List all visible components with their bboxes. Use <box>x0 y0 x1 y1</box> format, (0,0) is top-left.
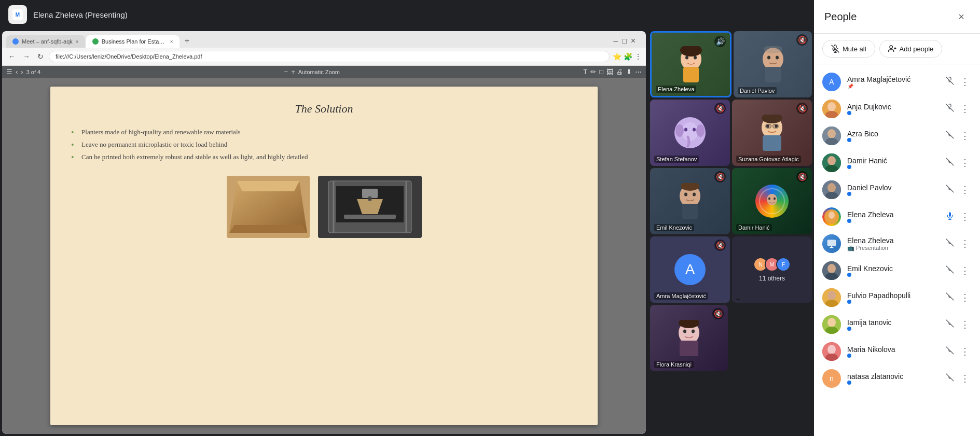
browser-tab-meet[interactable]: Meet – anf-sqfb-aqk × <box>6 35 85 48</box>
video-tile-suzana[interactable]: 🔇 Suzana Gotovac Atlagic <box>732 100 812 166</box>
browser-tab-doc[interactable]: Business Plan for Establishment c... × <box>86 35 180 48</box>
svg-rect-12 <box>368 196 371 201</box>
person-actions-damir: ⋮ <box>944 155 972 171</box>
mute-icon-anja <box>944 102 956 116</box>
more-icon-elena-speaking[interactable]: ⋮ <box>958 209 972 224</box>
person-item-elena-speaking[interactable]: Elena Zheleva ⋮ <box>814 203 980 230</box>
text-tool-btn[interactable]: T <box>583 68 587 76</box>
add-tab-button[interactable]: + <box>181 34 194 48</box>
tab-close-meet[interactable]: × <box>76 39 79 45</box>
more-icon-azra[interactable]: ⋮ <box>958 128 972 144</box>
mute-all-button[interactable]: Mute all <box>822 40 875 58</box>
more-icon-natasa[interactable]: ⋮ <box>958 371 972 386</box>
person-subtitle-damir <box>847 165 937 169</box>
more-icon-maria[interactable]: ⋮ <box>958 344 972 359</box>
svg-point-46 <box>768 198 770 200</box>
more-icon-fulvio[interactable]: ⋮ <box>958 290 972 305</box>
extensions-icon[interactable]: 🧩 <box>624 52 632 61</box>
more-icon-anja[interactable]: ⋮ <box>958 101 972 117</box>
restore-btn[interactable]: □ <box>622 37 626 45</box>
tab-close-doc[interactable]: × <box>170 39 173 45</box>
address-bar[interactable]: file:///C:/Users/leniz/OneDrive/Desktop/… <box>49 51 610 62</box>
person-item-azra[interactable]: Azra Bico ⋮ <box>814 122 980 149</box>
svg-point-29 <box>675 124 684 137</box>
svg-rect-40 <box>682 204 698 219</box>
menu-icon[interactable]: ⋮ <box>634 52 642 61</box>
add-people-button[interactable]: Add people <box>879 40 943 58</box>
svg-point-41 <box>684 193 687 196</box>
video-tile-others[interactable]: N M F 11 others <box>732 236 812 303</box>
print-btn[interactable]: 🖨 <box>616 68 623 76</box>
toolbar-icons: ⭐ 🧩 ⋮ <box>613 52 642 61</box>
svg-point-87 <box>827 291 836 300</box>
person-info-maria: Maria Nikolova <box>847 345 937 358</box>
person-item-elena-presentation[interactable]: Elena Zheleva 📺 Presentation ⋮ <box>814 230 980 257</box>
suzana-tile-name: Suzana Gotovac Atlagic <box>736 156 801 163</box>
download-btn[interactable]: ⬇ <box>626 68 632 76</box>
zoom-in-btn[interactable]: + <box>291 68 295 76</box>
person-item-fulvio[interactable]: Fulvio Papadhopulli ⋮ <box>814 284 980 311</box>
person-item-emil[interactable]: Emil Knezovic ⋮ <box>814 257 980 284</box>
video-row-3: 🔇 Emil Knezovic <box>650 168 812 234</box>
refresh-btn[interactable]: ↻ <box>35 51 46 62</box>
stefan-mute-icon: 🔇 <box>714 103 726 114</box>
video-tile-damir[interactable]: 🔇 Damir Hanić <box>732 168 812 234</box>
person-subtitle-elena-speaking <box>847 219 937 223</box>
status-dot-anja <box>847 111 851 115</box>
person-item-daniel[interactable]: Daniel Pavlov ⋮ <box>814 176 980 203</box>
flora-mute-icon: 🔇 <box>712 308 724 319</box>
video-row-5: 🔇 Flora Krasniqi <box>650 305 812 371</box>
svg-point-91 <box>827 318 836 327</box>
person-item-anja[interactable]: Anja Dujkovic ⋮ <box>814 95 980 122</box>
more-icon-damir[interactable]: ⋮ <box>958 155 972 171</box>
avatar-daniel <box>822 180 841 199</box>
image-tool-btn[interactable]: 🖼 <box>606 68 613 76</box>
more-icon-iamija[interactable]: ⋮ <box>958 317 972 332</box>
more-icon-emil[interactable]: ⋮ <box>958 263 972 278</box>
mute-icon-maria <box>944 344 956 359</box>
video-tile-daniel[interactable]: 🔇 Daniel Pavlov <box>734 31 812 97</box>
pdf-controls: ☰ ‹ › 3 of 4 − + Automatic Zoom T ✏ □ 🖼 … <box>2 66 646 78</box>
minimize-btn[interactable]: – <box>613 36 618 46</box>
damir-mute-icon: 🔇 <box>796 171 808 182</box>
bookmark-icon[interactable]: ⭐ <box>613 52 622 61</box>
more-icon-elena-presentation[interactable]: ⋮ <box>958 236 972 251</box>
close-window-btn[interactable]: × <box>631 36 636 46</box>
person-item-amra[interactable]: A Amra Maglajčetović 📌 ⋮ <box>814 68 980 95</box>
mute-icon-emil <box>944 263 956 278</box>
svg-rect-80 <box>827 240 836 246</box>
people-header: People × <box>814 0 980 34</box>
more-options-btn[interactable]: ⋯ <box>635 68 642 76</box>
person-actions-amra: ⋮ <box>944 74 972 90</box>
status-dot-daniel <box>847 192 851 196</box>
next-page-btn[interactable]: › <box>21 68 23 76</box>
video-tile-flora[interactable]: 🔇 Flora Krasniqi <box>650 305 728 371</box>
person-actions-emil: ⋮ <box>944 263 972 278</box>
avatar-anja <box>822 100 841 118</box>
person-subtitle-natasa <box>847 381 937 385</box>
forward-btn[interactable]: → <box>21 51 32 62</box>
svg-marker-4 <box>237 181 299 191</box>
shape-tool-btn[interactable]: □ <box>599 68 603 76</box>
video-tile-elena[interactable]: 🔊 Elena Zheleva <box>650 31 731 97</box>
person-item-maria[interactable]: Maria Nikolova ⋮ <box>814 338 980 365</box>
more-icon-daniel[interactable]: ⋮ <box>958 182 972 198</box>
video-tile-amra[interactable]: A 🔇 Amra Maglajčetović <box>650 236 730 303</box>
person-subtitle-fulvio <box>847 300 937 304</box>
sidebar-toggle-btn[interactable]: ☰ <box>6 68 12 76</box>
meet-logo: M <box>8 5 27 24</box>
prev-page-btn[interactable]: ‹ <box>16 68 18 76</box>
draw-tool-btn[interactable]: ✏ <box>590 68 596 76</box>
close-panel-button[interactable]: × <box>953 8 970 25</box>
video-tile-stefan[interactable]: 🔇 Stefan Stefanov <box>650 100 730 166</box>
zoom-out-btn[interactable]: − <box>284 68 288 76</box>
status-dot-natasa <box>847 381 851 385</box>
avatar-elena-speaking <box>822 207 841 226</box>
person-item-iamija[interactable]: Iamija tanovic ⋮ <box>814 311 980 338</box>
back-btn[interactable]: ← <box>6 51 18 62</box>
person-item-damir[interactable]: Damir Hanić ⋮ <box>814 149 980 176</box>
video-tile-emil[interactable]: 🔇 Emil Knezovic <box>650 168 730 234</box>
more-icon-amra[interactable]: ⋮ <box>958 74 972 90</box>
person-item-natasa[interactable]: n natasa zlatanovic ⋮ <box>814 365 980 392</box>
person-subtitle-emil <box>847 273 937 277</box>
